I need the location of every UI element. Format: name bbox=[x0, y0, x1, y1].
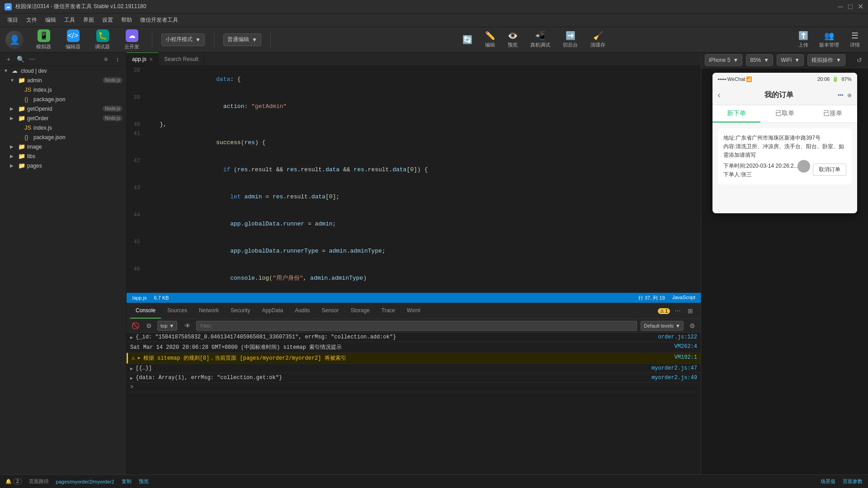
search-file-button[interactable]: 🔍 bbox=[15, 54, 25, 64]
console-input[interactable] bbox=[139, 384, 697, 390]
default-levels-select[interactable]: Default levels ▼ bbox=[641, 321, 684, 331]
rotate-button[interactable]: ↺ bbox=[854, 55, 864, 65]
minimize-button[interactable]: ─ bbox=[837, 4, 844, 10]
menu-help[interactable]: 帮助 bbox=[118, 15, 136, 25]
tab-audits[interactable]: Audits bbox=[289, 303, 315, 319]
console-link-5[interactable]: myorder2.js:49 bbox=[651, 375, 697, 381]
zoom-select[interactable]: 85% ▼ bbox=[746, 54, 773, 66]
phone-order-content: 地址:广东省广州市海珠区新港中路397号 内容:清洗卫所、冲凉房、洗手台、阳台、… bbox=[712, 123, 857, 213]
tree-item-admin-index[interactable]: JS index.js bbox=[0, 85, 126, 94]
cutoff-button[interactable]: ➡️ 切后台 bbox=[560, 29, 580, 50]
console-link-4[interactable]: myorder2.js:47 bbox=[651, 365, 697, 371]
tree-item-cloud[interactable]: ▼ ☁ cloud | dev bbox=[0, 66, 126, 75]
refresh-icon: 🔄 bbox=[462, 35, 472, 45]
tab-app-js-close[interactable]: × bbox=[149, 56, 153, 63]
clear-console-button[interactable]: 🚫 bbox=[130, 321, 140, 331]
add-file-button[interactable]: + bbox=[4, 54, 14, 64]
warning-count: ⚠ 1 bbox=[658, 308, 670, 314]
simulator-button[interactable]: 📱 模拟器 bbox=[33, 28, 55, 52]
console-link-2[interactable]: VM262:4 bbox=[675, 343, 697, 350]
copy-button[interactable]: 复制 bbox=[122, 478, 132, 485]
tree-item-getorder-index[interactable]: JS index.js bbox=[0, 123, 126, 132]
tree-item-image[interactable]: ▶ 📁 image bbox=[0, 142, 126, 151]
compile-select[interactable]: 普通编辑 ▼ bbox=[223, 33, 261, 46]
more-options-button[interactable]: ⋯ bbox=[27, 54, 37, 64]
menu-file[interactable]: 文件 bbox=[23, 15, 41, 25]
tree-item-admin-package[interactable]: {} package.json bbox=[0, 94, 126, 104]
page-path-value[interactable]: pages/myorder2/myorder2 bbox=[56, 479, 114, 484]
code-line-42: 42 if (res.result && res.result.data && … bbox=[127, 156, 701, 183]
device-select[interactable]: iPhone 5 ▼ bbox=[705, 54, 742, 66]
phone-tab-new-order[interactable]: 新下单 bbox=[712, 105, 761, 122]
menu-settings[interactable]: 设置 bbox=[99, 15, 117, 25]
console-link-1[interactable]: order.js:122 bbox=[658, 334, 697, 340]
maximize-button[interactable]: □ bbox=[847, 4, 854, 10]
version-mgr-button[interactable]: 👥 版本管理 bbox=[816, 29, 842, 50]
phone-tab-picked[interactable]: 已取单 bbox=[760, 105, 809, 122]
scene-value-button[interactable]: 场景值 bbox=[821, 478, 835, 485]
collapse-button[interactable]: ≡ bbox=[101, 54, 111, 64]
console-context-select[interactable]: top ▼ bbox=[157, 321, 177, 331]
tab-trace[interactable]: Trace bbox=[376, 303, 401, 319]
tab-app-js[interactable]: app.js × bbox=[127, 52, 159, 66]
eye-filter-button[interactable]: 👁 bbox=[183, 321, 193, 331]
console-arrow-3[interactable]: ▶ bbox=[138, 355, 141, 361]
page-params-button[interactable]: 页面参数 bbox=[843, 478, 863, 485]
network-select[interactable]: WiFi ▼ bbox=[777, 54, 804, 66]
refresh-tree-button[interactable]: ↕ bbox=[113, 54, 123, 64]
tree-item-getopenid[interactable]: ▶ 📁 getOpenid Node.js bbox=[0, 104, 126, 113]
tab-sources[interactable]: Sources bbox=[162, 303, 193, 319]
console-split-button[interactable]: ⊞ bbox=[685, 306, 695, 316]
menu-tools[interactable]: 工具 bbox=[61, 15, 79, 25]
cloud-button[interactable]: ☁ 云开发 bbox=[121, 28, 143, 52]
console-link-3[interactable]: VM192:1 bbox=[675, 354, 697, 361]
phone-camera-button[interactable]: ⊕ bbox=[847, 92, 852, 99]
tree-item-libs[interactable]: ▶ 📁 libs bbox=[0, 151, 126, 161]
file-size: 6.7 KB bbox=[154, 295, 169, 300]
console-filter-input[interactable] bbox=[196, 321, 637, 331]
menu-project[interactable]: 项目 bbox=[4, 15, 22, 25]
close-button[interactable]: ✕ bbox=[857, 4, 863, 10]
clear-cache-button[interactable]: 🧹 清缓存 bbox=[588, 29, 608, 50]
tab-appdata[interactable]: AppData bbox=[256, 303, 288, 319]
console-settings-btn[interactable]: ⚙ bbox=[144, 321, 154, 331]
tab-console[interactable]: Console bbox=[130, 303, 161, 319]
console-arrow-5[interactable]: ▶ bbox=[130, 375, 133, 381]
mode-select[interactable]: 小程序模式 ▼ bbox=[161, 33, 205, 46]
edit-button[interactable]: ✏️ 编辑 bbox=[482, 29, 498, 50]
console-arrow-4[interactable]: ▶ bbox=[130, 366, 133, 371]
tab-network[interactable]: Network bbox=[193, 303, 224, 319]
menu-interface[interactable]: 界面 bbox=[80, 15, 98, 25]
phone-more-button[interactable]: ••• bbox=[838, 92, 844, 99]
editor-button[interactable]: </> 编辑器 bbox=[62, 28, 84, 52]
console-input-line[interactable]: > bbox=[127, 383, 701, 392]
preview-button[interactable]: 👁️ 预览 bbox=[505, 29, 520, 50]
console-gear-button[interactable]: ⚙ bbox=[687, 321, 697, 331]
console-more-button[interactable]: ⋯ bbox=[673, 306, 683, 316]
real-debug-button[interactable]: 📲 真机调试 bbox=[528, 29, 553, 50]
tab-sensor[interactable]: Sensor bbox=[316, 303, 344, 319]
bottom-preview-button[interactable]: 预览 bbox=[139, 478, 149, 485]
details-button[interactable]: ☰ 详情 bbox=[847, 29, 863, 50]
tree-item-pages[interactable]: ▶ 📁 pages bbox=[0, 161, 126, 170]
tab-search-result[interactable]: Search Result bbox=[159, 52, 204, 66]
tab-wxml[interactable]: Wxml bbox=[401, 303, 426, 319]
tree-item-getorder[interactable]: ▶ 📁 getOrder Node.js bbox=[0, 113, 126, 123]
tab-storage[interactable]: Storage bbox=[345, 303, 375, 319]
phone-tabs: 新下单 已取单 已接单 bbox=[712, 105, 857, 123]
upload-button[interactable]: ⬆️ 上传 bbox=[796, 29, 811, 50]
sim-ops-select[interactable]: 模拟操作 ▼ bbox=[807, 54, 845, 66]
tree-item-getorder-package[interactable]: {} package.json bbox=[0, 132, 126, 142]
phone-order-card: 地址:广东省广州市海珠区新港中路397号 内容:清洗卫所、冲凉房、洗手台、阳台、… bbox=[718, 128, 852, 184]
phone-tab-accepted[interactable]: 已接单 bbox=[809, 105, 857, 122]
refresh-button[interactable]: 🔄 bbox=[460, 33, 475, 46]
file-path: /app.js bbox=[132, 295, 146, 300]
tree-item-admin[interactable]: ▼ 📁 admin Node.js bbox=[0, 75, 126, 85]
debugger-button[interactable]: 🐛 调试器 bbox=[91, 28, 113, 52]
phone-cancel-button[interactable]: 取消订单 bbox=[813, 164, 846, 176]
tab-security[interactable]: Security bbox=[225, 303, 255, 319]
console-arrow-1[interactable]: ▶ bbox=[130, 335, 133, 340]
menu-wechat-devtools[interactable]: 微信开发者工具 bbox=[137, 15, 182, 25]
menu-edit[interactable]: 编辑 bbox=[42, 15, 60, 25]
code-editor[interactable]: 38 data: { 39 action: "getAdmin" bbox=[127, 66, 701, 293]
